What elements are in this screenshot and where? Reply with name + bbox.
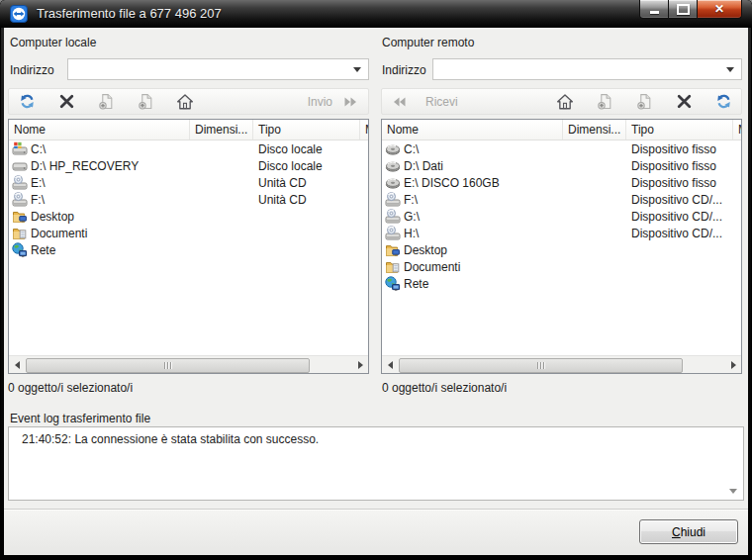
file-name: Rete [404,277,428,291]
list-item[interactable]: C:\Disco locale [9,140,368,157]
list-item[interactable]: C:\Dispositivo fisso [382,140,741,157]
cd-drive-icon [12,192,28,208]
close-window-button[interactable]: ✕ [697,0,742,19]
column-header-name[interactable]: Nome [382,120,563,140]
file-name: C:\ [404,142,419,156]
scroll-right-icon[interactable] [725,357,741,373]
scrollbar-track[interactable] [25,357,352,372]
horizontal-scrollbar [382,355,741,373]
scroll-right-icon[interactable] [352,357,368,373]
list-item[interactable]: F:\Unità CD [9,191,368,208]
list-item[interactable]: Rete [382,275,741,292]
folder-desktop-icon [385,242,401,258]
client-area: Computer locale Computer remoto Indirizz… [4,28,748,555]
receive-arrows-icon[interactable] [390,92,410,112]
remote-section-title: Computer remoto [382,36,474,49]
scrollbar-thumb[interactable] [399,358,683,373]
column-header-modified[interactable]: Moc [360,120,368,140]
column-header-size[interactable]: Dimensi... [190,120,253,140]
list-item[interactable]: G:\Dispositivo CD/... [382,208,741,225]
remote-address-label: Indirizzo [382,63,426,77]
minimize-button[interactable] [639,0,669,19]
file-type: Dispositivo CD/... [626,227,741,240]
file-name: D:\ Dati [404,159,443,173]
window-controls: ✕ [639,0,742,19]
list-item[interactable]: D:\ DatiDispositivo fisso [382,157,741,174]
remote-selection-status: 0 oggetto/i selezionato/i [382,381,507,395]
remote-toolbar: Ricevi [381,88,742,115]
horizontal-scrollbar [9,355,368,373]
home-icon[interactable] [175,92,195,112]
scrollbar-track[interactable] [398,357,725,372]
file-name: Rete [31,243,55,257]
footer-bar: Chiudi [4,509,748,555]
file-name: Documenti [31,227,87,240]
fixed-drive-icon [385,158,401,174]
local-section-title: Computer locale [10,36,96,49]
event-log[interactable]: 21:40:52: La connessione è stata stabili… [8,426,744,501]
receive-button[interactable]: Ricevi [425,95,458,109]
column-headers: Nome Dimensi... Tipo Moc [382,120,741,140]
list-item[interactable]: Documenti [382,258,741,275]
cd-drive-icon [12,175,28,191]
folder-documents-icon [12,226,28,241]
list-item[interactable]: Documenti [9,225,368,241]
file-name: H:\ [404,227,419,240]
column-header-modified[interactable]: Moc [733,120,741,140]
close-button[interactable]: Chiudi [639,519,738,544]
refresh-icon[interactable] [17,92,37,112]
remote-file-list: Nome Dimensi... Tipo Moc C:\Dispositivo … [381,119,742,374]
refresh-icon[interactable] [713,92,733,112]
new-folder-icon[interactable] [96,92,116,112]
file-type: Disco locale [253,159,368,173]
delete-icon[interactable] [674,92,694,112]
home-icon[interactable] [555,92,575,112]
drive-windows-icon [12,141,28,157]
local-address-combobox[interactable] [67,58,369,80]
list-item[interactable]: E:\ DISCO 160GBDispositivo fisso [382,174,741,191]
delete-icon[interactable] [56,92,76,112]
column-headers: Nome Dimensi... Tipo Moc [9,120,368,140]
log-entry: 21:40:52: La connessione è stata stabili… [9,427,743,446]
file-name: E:\ DISCO 160GB [404,176,500,190]
file-type: Dispositivo fisso [626,176,741,190]
network-icon [12,242,28,258]
file-name: C:\ [31,142,46,156]
file-name: F:\ [31,193,45,207]
remote-address-combobox[interactable] [432,58,742,80]
file-name: E:\ [31,176,46,190]
list-item[interactable]: Rete [9,241,368,258]
list-item[interactable]: F:\Dispositivo CD/... [382,191,741,208]
scroll-left-icon[interactable] [9,357,25,373]
scroll-left-icon[interactable] [382,357,398,373]
send-button[interactable]: Invio [308,95,332,109]
list-item[interactable]: Desktop [382,241,741,258]
new-folder-icon[interactable] [634,92,654,112]
list-item[interactable]: H:\Dispositivo CD/... [382,225,741,241]
scrollbar-thumb[interactable] [26,358,310,373]
file-type: Dispositivo CD/... [626,210,741,224]
list-item[interactable]: Desktop [9,208,368,225]
column-header-size[interactable]: Dimensi... [563,120,626,140]
column-header-name[interactable]: Nome [9,120,190,140]
column-header-type[interactable]: Tipo [626,120,733,140]
send-arrows-icon[interactable] [340,92,360,112]
file-name: Desktop [404,243,447,257]
file-name: Desktop [31,210,74,224]
local-address-label: Indirizzo [10,63,54,77]
column-header-type[interactable]: Tipo [253,120,360,140]
file-name: D:\ HP_RECOVERY [31,159,139,173]
list-item[interactable]: D:\ HP_RECOVERYDisco locale [9,157,368,174]
maximize-button[interactable] [669,0,697,19]
scroll-down-icon[interactable] [729,489,737,494]
teamviewer-icon [10,5,28,23]
fixed-drive-icon [385,141,401,157]
titlebar[interactable]: Trasferimento file a 677 496 207 ✕ [0,0,752,28]
file-transfer-window: Trasferimento file a 677 496 207 ✕ Compu… [0,0,752,560]
file-type: Unità CD [253,176,368,190]
file-name: Documenti [404,260,460,274]
parent-folder-icon[interactable] [595,92,614,112]
window-title: Trasferimento file a 677 496 207 [37,6,222,21]
list-item[interactable]: E:\Unità CD [9,174,368,191]
parent-folder-icon[interactable] [136,92,155,112]
